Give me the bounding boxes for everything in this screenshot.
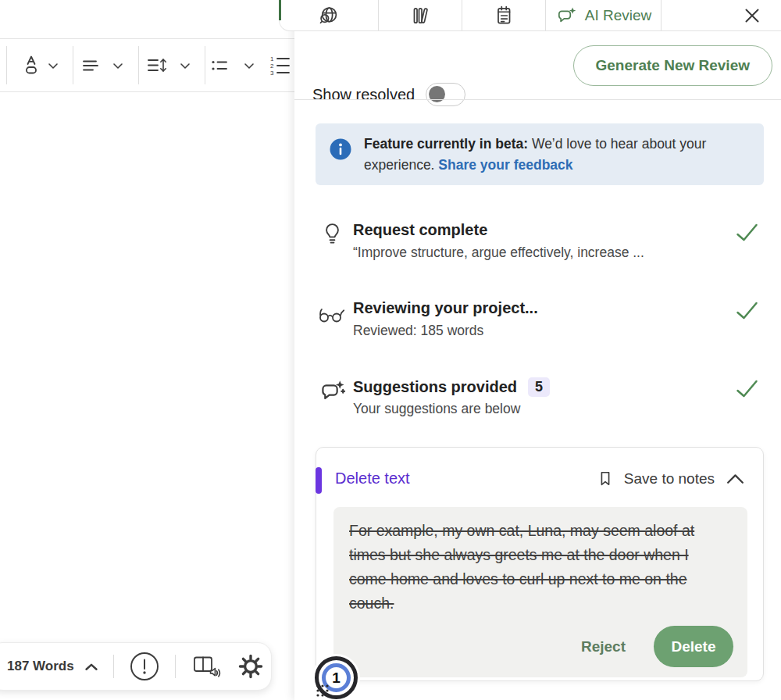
collapse-suggestion-button[interactable] [725,472,746,485]
alignment-icon [80,57,101,74]
generate-new-review-button[interactable]: Generate New Review [573,45,772,86]
svg-text:3: 3 [270,70,274,77]
chevron-up-icon [725,472,746,485]
step-subtitle: Reviewed: 185 words [353,323,483,339]
word-count-expand-button[interactable] [84,662,99,672]
close-panel-button[interactable] [662,0,781,30]
settings-button[interactable] [237,652,265,680]
chat-sparkle-icon [318,379,346,402]
reject-button[interactable]: Reject [581,638,626,655]
save-to-notes-button[interactable]: Save to notes [597,469,715,488]
marker-drag-handle-dots [316,684,331,699]
suggestion-accent-bar [316,467,322,494]
separator [113,655,114,678]
gear-icon [237,652,265,680]
save-to-notes-label: Save to notes [624,470,715,488]
tab-ai-review-label: AI Review [585,7,652,24]
chevron-down-icon [244,62,255,70]
suggestion-type-label: Delete text [335,470,410,488]
lightbulb-icon [321,222,344,246]
svg-text:1: 1 [270,55,274,62]
separator [138,46,139,84]
tab-library[interactable] [379,0,462,30]
step-request-complete: Request complete “Improve structure, arg… [294,221,781,271]
step-subtitle: “Improve structure, argue effectively, i… [353,245,644,261]
numbered-list-icon: 1 2 3 [269,55,294,77]
close-icon [740,4,764,27]
line-spacing-dropdown[interactable] [180,62,191,70]
text-color-button[interactable] [20,54,42,77]
web-search-icon [317,5,341,27]
share-feedback-link[interactable]: Share your feedback [438,157,572,173]
check-icon [735,379,759,399]
step-reviewing-project: Reviewing your project... Reviewed: 185 … [294,299,781,349]
step-title: Request complete [353,221,487,239]
chevron-down-icon [180,62,191,70]
step-title: Suggestions provided [353,378,517,396]
suggestions-count-badge: 5 [528,377,550,397]
notes-icon [492,5,515,27]
separator [6,46,7,84]
marker-number: 1 [332,670,341,687]
header-divider [294,99,781,100]
svg-text:2: 2 [270,62,274,70]
ai-review-icon [555,5,577,25]
info-icon [330,138,351,160]
suggested-change-box: For example, my own cat, Luna, may seem … [333,507,747,677]
beta-banner-bold: Feature currently in beta: [364,136,528,152]
separator [73,46,73,84]
ai-review-panel: Show resolved Generate New Review Featur… [294,0,781,700]
bullet-list-button[interactable] [209,57,230,74]
text-color-dropdown[interactable] [48,62,59,70]
separator [175,655,176,678]
tab-bar-accent [279,0,281,20]
step-subtitle: Your suggestions are below [353,401,520,417]
library-icon [408,5,432,27]
suggestion-card: Delete text Save to notes For example, m… [316,447,764,681]
separator [205,46,205,84]
glasses-icon [317,305,347,323]
numbered-list-button[interactable]: 1 2 3 [269,55,294,77]
toolbar-bottom-border [0,91,294,92]
alignment-button[interactable] [80,57,101,74]
tab-web-search[interactable] [280,0,379,30]
tab-ai-review[interactable]: AI Review [546,0,662,30]
bookmark-icon [597,469,614,488]
word-count[interactable]: 187 Words [7,659,74,674]
editor-area: 1 2 3 187 Words [0,0,294,700]
line-spacing-button[interactable] [145,56,169,75]
bullet-list-dropdown[interactable] [244,62,255,70]
show-resolved-label: Show resolved [312,86,415,104]
line-spacing-icon [145,56,169,75]
suggested-deletion-text: For example, my own cat, Luna, may seem … [349,519,718,616]
step-suggestions-provided: Suggestions provided 5 Your suggestions … [294,377,781,427]
chevron-down-icon [112,62,123,70]
panel-tab-bar: AI Review [279,0,781,31]
chevron-down-icon [48,62,59,70]
delete-button[interactable]: Delete [654,626,733,667]
alerts-button[interactable] [130,652,159,681]
show-resolved-toggle[interactable] [426,83,465,106]
alignment-dropdown[interactable] [112,62,123,70]
tab-notes[interactable] [462,0,546,30]
read-aloud-book-icon [190,654,221,679]
read-aloud-button[interactable] [190,654,221,679]
chevron-up-icon [84,662,99,672]
formatting-toolbar: 1 2 3 [0,39,294,91]
check-icon [735,301,759,321]
beta-banner-text: Feature currently in beta: We’d love to … [364,134,754,176]
panel-header: Show resolved Generate New Review [294,31,781,99]
bullet-list-icon [209,57,230,74]
check-icon [735,223,759,243]
text-color-icon [20,54,42,77]
step-title: Reviewing your project... [353,299,538,317]
document-status-bar: 187 Words [0,642,272,691]
exclamation-circle-icon [130,652,159,681]
beta-banner: Feature currently in beta: We’d love to … [316,123,764,185]
